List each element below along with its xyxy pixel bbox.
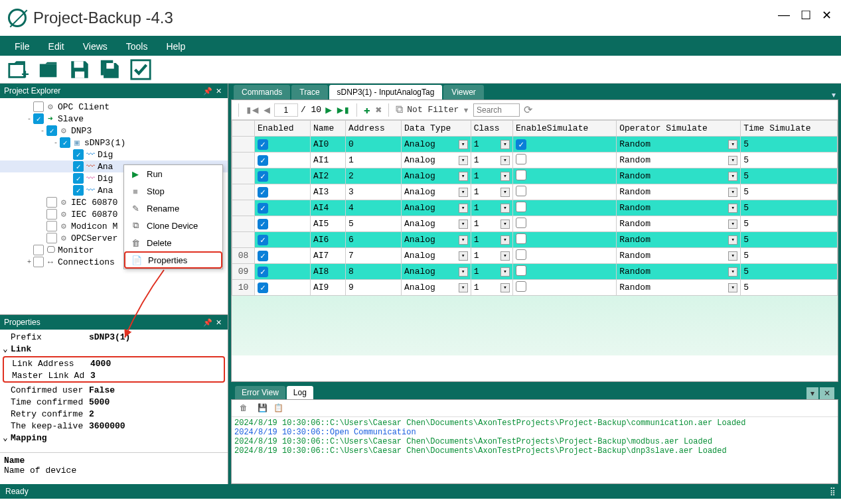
- dropdown-button[interactable]: ▾: [500, 220, 510, 229]
- refresh-button[interactable]: ⟳: [522, 103, 534, 117]
- tree-checkbox[interactable]: ✓: [46, 125, 57, 136]
- table-row[interactable]: ✓AI22Analog▾1▾Random▾5: [232, 168, 838, 184]
- close-button[interactable]: ✕: [822, 8, 832, 23]
- check-button[interactable]: [127, 58, 154, 82]
- enable-simulate-checkbox[interactable]: [516, 218, 526, 228]
- enabled-checkbox[interactable]: ✓: [258, 267, 268, 277]
- tree-item[interactable]: -✓▣sDNP3(1): [0, 137, 228, 149]
- filter-dropdown[interactable]: ▾: [461, 103, 471, 117]
- prev-page-button[interactable]: ◀: [262, 103, 271, 117]
- col-header[interactable]: [232, 121, 255, 137]
- search-input[interactable]: [473, 103, 520, 117]
- enabled-checkbox[interactable]: ✓: [258, 171, 268, 182]
- ctx-stop[interactable]: ■Stop: [124, 182, 222, 200]
- enabled-checkbox[interactable]: ✓: [258, 219, 268, 229]
- enabled-checkbox[interactable]: ✓: [258, 139, 268, 150]
- log-clear-button[interactable]: 🗑: [237, 402, 250, 415]
- dropdown-button[interactable]: ▾: [459, 172, 468, 181]
- dropdown-button[interactable]: ▾: [500, 188, 510, 197]
- tree-checkbox[interactable]: ✓: [60, 137, 70, 148]
- col-header[interactable]: Data Type: [402, 121, 471, 137]
- tree-checkbox[interactable]: [46, 221, 57, 231]
- prop-row[interactable]: PrefixsDNP3(1): [3, 331, 225, 343]
- col-header[interactable]: Operator Simulate: [617, 121, 741, 137]
- log-close[interactable]: ✕: [820, 387, 834, 399]
- prop-row[interactable]: Confirmed userFalse: [3, 384, 225, 396]
- dropdown-button[interactable]: ▾: [728, 156, 737, 165]
- dropdown-button[interactable]: ▾: [728, 267, 737, 277]
- dropdown-button[interactable]: ▾: [459, 156, 468, 165]
- last-page-button[interactable]: ▶▮: [336, 103, 351, 117]
- dropdown-button[interactable]: ▾: [459, 283, 468, 292]
- table-row[interactable]: ✓AI00Analog▾1▾✓Random▾5: [232, 137, 838, 153]
- dropdown-button[interactable]: ▾: [728, 251, 737, 261]
- dropdown-button[interactable]: ▾: [728, 235, 737, 245]
- prop-category[interactable]: ⌄Link: [3, 343, 225, 355]
- tree-item[interactable]: ⚙OPC Client: [0, 101, 228, 113]
- copy-button[interactable]: ⧉: [394, 103, 404, 116]
- explorer-pin-button[interactable]: 📌: [202, 86, 213, 96]
- prop-row[interactable]: The keep-alive3600000: [3, 420, 225, 432]
- table-row[interactable]: ✓AI55Analog▾1▾Random▾5: [232, 216, 838, 232]
- tab-viewer[interactable]: Viewer: [443, 85, 483, 99]
- tab-sdnp3-1-inputanalogtag[interactable]: sDNP3(1) - InputAnalogTag: [329, 85, 443, 99]
- dropdown-button[interactable]: ▾: [500, 140, 510, 149]
- dropdown-button[interactable]: ▾: [728, 188, 737, 197]
- tree-expander[interactable]: -: [38, 127, 46, 135]
- tree-checkbox[interactable]: ✓: [73, 161, 84, 172]
- tree-checkbox[interactable]: [33, 257, 44, 267]
- col-header[interactable]: Class: [471, 121, 512, 137]
- dropdown-button[interactable]: ▾: [459, 251, 468, 261]
- tree-checkbox[interactable]: ✓: [33, 113, 44, 124]
- tab-trace[interactable]: Trace: [291, 85, 327, 99]
- tree-checkbox[interactable]: [46, 197, 57, 208]
- enable-simulate-checkbox[interactable]: [516, 202, 526, 212]
- enabled-checkbox[interactable]: ✓: [258, 235, 268, 245]
- dropdown-button[interactable]: ▾: [500, 283, 510, 292]
- explorer-close-button[interactable]: ✕: [213, 86, 224, 96]
- properties-close-button[interactable]: ✕: [213, 317, 224, 328]
- ctx-delete[interactable]: 🗑Delete: [124, 234, 222, 251]
- minimize-button[interactable]: —: [778, 8, 790, 23]
- ctx-properties[interactable]: 📄Properties: [124, 251, 222, 269]
- ctx-rename[interactable]: ✎Rename: [124, 200, 222, 217]
- table-row[interactable]: ✓AI66Analog▾1▾Random▾5: [232, 232, 838, 248]
- enable-simulate-checkbox[interactable]: [516, 249, 526, 260]
- tree-item[interactable]: -✓➜Slave: [0, 113, 228, 125]
- dropdown-button[interactable]: ▾: [459, 204, 468, 213]
- page-input[interactable]: [274, 103, 298, 117]
- log-dropdown[interactable]: ▾: [806, 387, 818, 399]
- add-row-button[interactable]: ✚: [362, 103, 372, 117]
- col-header[interactable]: Enabled: [255, 121, 311, 137]
- tree-expander[interactable]: -: [52, 139, 60, 147]
- ctx-clone-device[interactable]: ⧉Clone Device: [124, 217, 222, 234]
- tree-checkbox[interactable]: [33, 101, 44, 112]
- col-header[interactable]: Name: [310, 121, 345, 137]
- delete-row-button[interactable]: ✖: [374, 103, 384, 117]
- log-save-button[interactable]: 💾: [256, 402, 269, 415]
- enable-simulate-checkbox[interactable]: [516, 186, 526, 196]
- enable-simulate-checkbox[interactable]: [516, 265, 526, 276]
- enable-simulate-checkbox[interactable]: [516, 281, 526, 292]
- prop-row[interactable]: Master Link Ad3: [4, 369, 224, 381]
- enabled-checkbox[interactable]: ✓: [258, 203, 268, 214]
- dropdown-button[interactable]: ▾: [728, 220, 737, 229]
- menu-edit[interactable]: Edit: [39, 41, 74, 52]
- tree-checkbox[interactable]: [33, 245, 44, 255]
- tree-checkbox[interactable]: ✓: [73, 185, 84, 196]
- new-project-button[interactable]: +: [5, 58, 32, 82]
- table-row[interactable]: 08✓AI77Analog▾1▾Random▾5: [232, 248, 838, 264]
- dropdown-button[interactable]: ▾: [500, 204, 510, 213]
- col-header[interactable]: Time Simulate: [741, 121, 838, 137]
- table-row[interactable]: 10✓AI99Analog▾1▾Random▾5: [232, 280, 838, 296]
- tree-expander[interactable]: -: [25, 115, 33, 123]
- log-options-button[interactable]: 📋: [271, 402, 285, 415]
- dropdown-button[interactable]: ▾: [459, 220, 468, 229]
- prop-row[interactable]: Link Address4000: [4, 357, 224, 369]
- dropdown-button[interactable]: ▾: [500, 251, 510, 261]
- menu-file[interactable]: File: [5, 41, 39, 52]
- tree-checkbox[interactable]: [46, 233, 57, 243]
- prop-category[interactable]: ⌄Mapping: [3, 432, 225, 444]
- dropdown-button[interactable]: ▾: [459, 235, 468, 245]
- enabled-checkbox[interactable]: ✓: [258, 251, 268, 261]
